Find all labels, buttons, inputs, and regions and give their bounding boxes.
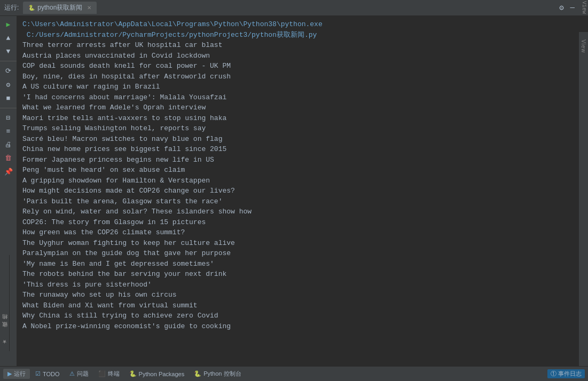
tab-title: python获取新闻	[37, 3, 82, 12]
event-log-badge[interactable]: ① 事件日志	[547, 369, 585, 378]
python-icon: 🐍	[28, 5, 35, 11]
packages-icon: 🐍	[129, 370, 137, 377]
print-button[interactable]: ⊟	[6, 114, 11, 122]
todo-label: TODO	[43, 371, 60, 377]
terminal-label: 终端	[108, 370, 120, 378]
terminal-line: What we learned from Adele's Oprah inter…	[22, 102, 583, 113]
todo-tab[interactable]: ☑ TODO	[31, 369, 64, 378]
run-label: 运行:	[4, 3, 19, 12]
terminal-area: C:\Users\Administrator\AppData\Local\Pro…	[17, 16, 588, 366]
top-right-actions: ⚙ — View	[559, 1, 584, 14]
problems-icon: ⚠	[69, 370, 75, 377]
run-bottom-tab[interactable]: ▶ 运行	[3, 369, 30, 379]
terminal-line: A US culture war raging in Brazil	[22, 82, 583, 92]
console-label: Python 控制台	[203, 370, 241, 378]
stop-button[interactable]: ■	[6, 94, 11, 102]
terminal-line: How green was the COP26 climate summit?	[22, 227, 583, 238]
python-packages-tab[interactable]: 🐍 Python Packages	[125, 369, 189, 378]
terminal-line: Boy, nine, dies in hospital after Astrow…	[22, 72, 583, 82]
problems-tab[interactable]: ⚠ 问题	[65, 369, 93, 379]
terminal-line: 'Paris built the arena, Glasgow starts t…	[22, 196, 583, 207]
packages-label: Python Packages	[139, 371, 185, 377]
terminal-line: The robots behind the bar serving your n…	[22, 269, 583, 280]
favorites-star[interactable]: ★	[1, 338, 9, 346]
top-toolbar: 运行: 🐍 python获取新闻 ✕ ⚙ — View	[0, 0, 588, 16]
terminal-line: C:/Users/Administrator/PycharmProjects/p…	[22, 30, 583, 41]
bookmarks-tab[interactable]: 收藏	[0, 330, 10, 332]
python-console-tab[interactable]: 🐍 Python 控制台	[190, 369, 245, 379]
down-button[interactable]: ▼	[6, 47, 11, 55]
terminal-line: How might decisions made at COP26 change…	[22, 186, 583, 196]
terminal-line: Maori tribe tells anti-vaxxers to stop u…	[22, 113, 583, 124]
terminal-line: COP26: The story from Glasgow in 15 pict…	[22, 217, 583, 228]
terminal-line: Three terror arrests after UK hospital c…	[22, 40, 583, 51]
settings-icon[interactable]: ⚙	[559, 3, 563, 12]
settings-icon2[interactable]: ⚙	[6, 81, 11, 89]
left-vertical-tabs: 结构 收藏 ★	[0, 255, 10, 351]
right-panel: View	[578, 32, 588, 366]
terminal-line: 'My name is Ben and I get depressed some…	[22, 259, 583, 269]
printer-button[interactable]: 🖨	[5, 141, 12, 149]
terminal-line: The runaway who set up his own circus	[22, 290, 583, 300]
terminal-line: A Nobel prize-winning economist's guide …	[22, 321, 583, 332]
terminal-line: Why China is still trying to achieve zer…	[22, 311, 583, 321]
tab-close-button[interactable]: ✕	[87, 5, 91, 11]
terminal-line: Austria places unvaccinated in Covid loc…	[22, 51, 583, 61]
view-tab[interactable]: View	[579, 37, 587, 55]
play-button[interactable]: ▶	[6, 20, 11, 29]
problems-label: 问题	[77, 370, 89, 378]
structure-tab[interactable]: 结构	[0, 323, 10, 325]
terminal-line: The Uyghur woman fighting to keep her cu…	[22, 238, 583, 249]
terminal-tab[interactable]: ⬛ 终端	[94, 369, 124, 379]
terminal-icon: ⬛	[98, 370, 106, 377]
run-tab[interactable]: 🐍 python获取新闻 ✕	[23, 2, 97, 14]
terminal-line: C:\Users\Administrator\AppData\Local\Pro…	[22, 19, 583, 30]
terminal-line: Peng 'must be heard' on sex abuse claim	[22, 165, 583, 176]
todo-icon: ☑	[35, 370, 41, 377]
terminal-line: A gripping showdown for Hamilton & Verst…	[22, 176, 583, 186]
terminal-output[interactable]: C:\Users\Administrator\AppData\Local\Pro…	[17, 16, 588, 366]
run-tab-label: 运行	[14, 370, 26, 378]
run-icon: ▶	[7, 370, 12, 377]
rerun-button[interactable]: ⟳	[5, 67, 11, 75]
up-button[interactable]: ▲	[6, 34, 11, 42]
console-icon: 🐍	[194, 370, 201, 377]
filter-button[interactable]: ≡	[6, 128, 11, 136]
terminal-line: Rely on wind, water and solar? These isl…	[22, 207, 583, 217]
terminal-line: 'I had concerns about marriage': Malala …	[22, 92, 583, 103]
terminal-line: Trumps selling Washington hotel, reports…	[22, 123, 583, 134]
view-label[interactable]: View	[581, 1, 587, 14]
terminal-line: Sacré bleu! Macron switches to navy blue…	[22, 134, 583, 145]
terminal-line: 'This dress is pure sisterhood'	[22, 280, 583, 290]
terminal-line: China new home prices see biggest fall s…	[22, 144, 583, 155]
terminal-line: Paralympian on the guide dog that gave h…	[22, 248, 583, 259]
terminal-line: COP deal sounds death knell for coal pow…	[22, 61, 583, 72]
terminal-line: What Biden and Xi want from virtual summ…	[22, 300, 583, 311]
bottom-toolbar: ▶ 运行 ☑ TODO ⚠ 问题 ⬛ 终端 🐍 Python Packages …	[0, 366, 588, 381]
delete-button[interactable]: 🗑	[5, 154, 12, 162]
pin-button[interactable]: 📌	[4, 168, 13, 176]
terminal-line: Former Japanese princess begins new life…	[22, 155, 583, 165]
minimize-icon[interactable]: —	[570, 3, 575, 12]
bottom-right-area: ① 事件日志	[547, 369, 585, 378]
